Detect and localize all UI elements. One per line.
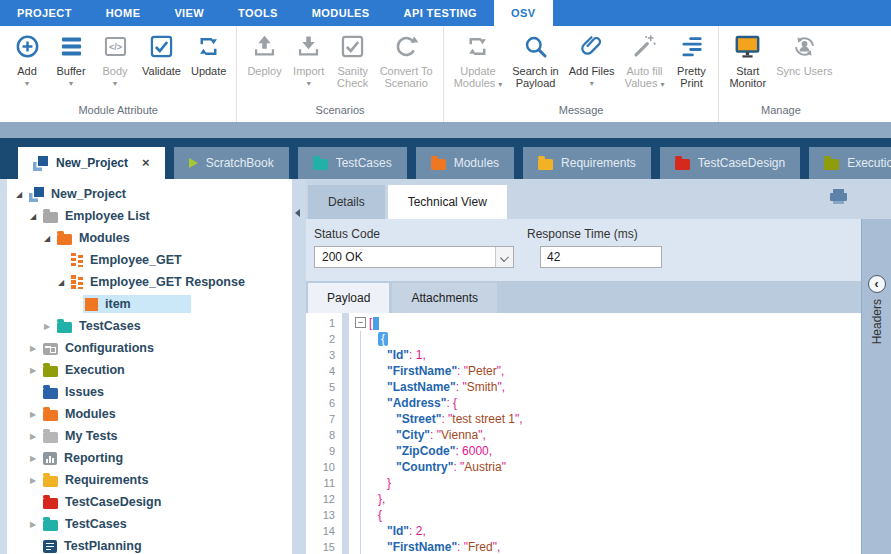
tree-item-content[interactable]: Execution — [41, 361, 185, 379]
tree-item-content[interactable]: Modules — [55, 229, 190, 247]
tree-item-content[interactable]: TestCases — [41, 515, 187, 533]
workspace-tab-modules[interactable]: Modules — [416, 147, 514, 179]
add-button[interactable]: Add▾ — [5, 29, 49, 88]
expander-closed-icon[interactable]: ▶ — [27, 344, 39, 353]
tree-item-content[interactable]: TestCases — [55, 317, 201, 335]
fold-collapse-icon[interactable]: − — [355, 317, 366, 328]
printer-icon — [830, 193, 847, 201]
tree-item-execution[interactable]: ▶Execution — [7, 359, 292, 381]
menu-tab-home[interactable]: HOME — [89, 0, 158, 26]
selected-tree-item[interactable]: item — [83, 295, 191, 313]
ribbon-button-label: Add Files — [569, 65, 615, 77]
chevron-down-icon[interactable] — [495, 247, 513, 267]
menu-tab-api-testing[interactable]: API TESTING — [387, 0, 494, 26]
expander-closed-icon[interactable]: ▶ — [27, 454, 39, 463]
tree-item-content[interactable]: Reporting — [41, 449, 183, 467]
tree-item-testplanning[interactable]: TestPlanning — [7, 535, 292, 554]
menu-tab-osv[interactable]: OSV — [494, 0, 552, 26]
close-icon[interactable]: × — [142, 158, 150, 168]
tree-item-modules[interactable]: ▶Modules — [7, 403, 292, 425]
tree-item-employee-list[interactable]: ◢Employee List — [7, 205, 292, 227]
buffer-button[interactable]: Buffer▾ — [49, 29, 93, 88]
status-code-dropdown[interactable]: 200 OK — [314, 246, 514, 268]
tree-item-content[interactable]: Requirements — [41, 471, 208, 489]
payload-editor[interactable]: 123456789101112131415 −[{"Id": 1,"FirstN… — [306, 313, 891, 554]
workspace-tab-testcases[interactable]: TestCases — [298, 147, 407, 179]
expander-open-icon[interactable]: ◢ — [27, 212, 39, 221]
tree-item-testcasedesign[interactable]: TestCaseDesign — [7, 491, 292, 513]
payload-tab-payload[interactable]: Payload — [308, 283, 389, 313]
tree-item-issues[interactable]: Issues — [7, 381, 292, 403]
workspace-tab-scratchbook[interactable]: ScratchBook — [174, 147, 289, 179]
tree-item-testcases[interactable]: ▶TestCases — [7, 513, 292, 535]
dropdown-caret-icon[interactable]: ▾ — [69, 80, 73, 88]
code-area[interactable]: −[{"Id": 1,"FirstName": "Peter","LastNam… — [349, 313, 861, 554]
panel-splitter[interactable] — [292, 179, 306, 554]
print-button[interactable] — [830, 187, 847, 205]
workspace-tab-new-project[interactable]: New_Project× — [18, 147, 165, 179]
payload-tab-attachments[interactable]: Attachments — [392, 283, 497, 313]
pretty-print-button[interactable]: Pretty Print — [669, 29, 713, 89]
tree-item-testcases[interactable]: ▶TestCases — [7, 315, 292, 337]
expander-closed-icon[interactable]: ▶ — [27, 520, 39, 529]
tree-item-content[interactable]: Employee_GET Response — [69, 273, 292, 291]
tree-item-employee-get-response[interactable]: ◢Employee_GET Response — [7, 271, 292, 293]
dropdown-caret-icon[interactable]: ▾ — [307, 80, 311, 88]
tree-item-content[interactable]: Configurations — [41, 339, 214, 357]
tree-item-configurations[interactable]: ▶Configurations — [7, 337, 292, 359]
expander-closed-icon[interactable]: ▶ — [41, 322, 53, 331]
start-monitor-button[interactable]: Start Monitor — [724, 29, 771, 89]
tree-item-new-project[interactable]: ◢New_Project — [7, 183, 292, 205]
dropdown-caret-icon[interactable]: ▾ — [113, 80, 117, 88]
tree-item-employee-get[interactable]: Employee_GET — [7, 249, 292, 271]
json-string: "Smith" — [462, 380, 501, 394]
tree-item-content[interactable]: TestCaseDesign — [41, 493, 221, 511]
tree-item-content[interactable]: Issues — [41, 383, 164, 401]
tree-item-content[interactable]: Employee_GET — [69, 251, 242, 269]
chevron-left-circle-icon[interactable]: ‹ — [868, 275, 886, 293]
response-time-input[interactable] — [540, 246, 662, 268]
expander-closed-icon[interactable]: ▶ — [27, 432, 39, 441]
ribbon-button-label: Search in Payload — [512, 65, 558, 89]
tree-item-content[interactable]: Employee List — [41, 207, 210, 225]
search-in-payload-button[interactable]: Search in Payload — [507, 29, 563, 89]
tree-item-requirements[interactable]: ▶Requirements — [7, 469, 292, 491]
dropdown-caret-icon[interactable]: ▾ — [590, 80, 594, 88]
tree-item-content[interactable]: TestPlanning — [41, 537, 202, 554]
menu-tab-modules[interactable]: MODULES — [295, 0, 387, 26]
workspace-tab-requirements[interactable]: Requirements — [523, 147, 651, 179]
add-files-button[interactable]: Add Files▾ — [564, 29, 620, 88]
tree-item-label: TestCases — [65, 517, 127, 531]
menu-tab-view[interactable]: VIEW — [157, 0, 221, 26]
tree-item-content[interactable]: New_Project — [27, 185, 186, 204]
expander-closed-icon[interactable]: ▶ — [27, 410, 39, 419]
expander-open-icon[interactable]: ◢ — [13, 190, 25, 199]
validate-button[interactable]: Validate — [137, 29, 186, 77]
json-punctuation: : — [457, 364, 464, 378]
expander-closed-icon[interactable]: ▶ — [27, 476, 39, 485]
detail-tab-technical-view[interactable]: Technical View — [388, 185, 507, 219]
tab-label: Execution — [847, 156, 891, 170]
collapse-left-icon[interactable] — [295, 209, 300, 217]
dropdown-caret-icon[interactable]: ▾ — [25, 80, 29, 88]
tree-item-content[interactable]: My Tests — [41, 427, 178, 445]
tree-item-item[interactable]: item — [7, 293, 292, 315]
tree-item-reporting[interactable]: ▶Reporting — [7, 447, 292, 469]
menu-tab-project[interactable]: PROJECT — [0, 0, 89, 26]
workspace-tab-execution[interactable]: Execution — [809, 147, 891, 179]
tree-item-content[interactable]: Modules — [41, 405, 176, 423]
deploy-button: Deploy — [242, 29, 286, 77]
tree-item-modules[interactable]: ◢Modules — [7, 227, 292, 249]
expander-closed-icon[interactable]: ▶ — [27, 366, 39, 375]
line-number: 15 — [306, 539, 335, 554]
tree-item-my-tests[interactable]: ▶My Tests — [7, 425, 292, 447]
expander-open-icon[interactable]: ◢ — [55, 278, 67, 287]
workspace-tab-testcasedesign[interactable]: TestCaseDesign — [660, 147, 800, 179]
tree-item-label: New_Project — [51, 187, 126, 201]
detail-tab-details[interactable]: Details — [308, 185, 385, 219]
expander-open-icon[interactable]: ◢ — [41, 234, 53, 243]
headers-side-tab[interactable]: ‹ Headers — [861, 219, 891, 554]
square-orange-icon — [85, 298, 98, 311]
update-button[interactable]: Update — [186, 29, 231, 77]
menu-tab-tools[interactable]: TOOLS — [221, 0, 295, 26]
